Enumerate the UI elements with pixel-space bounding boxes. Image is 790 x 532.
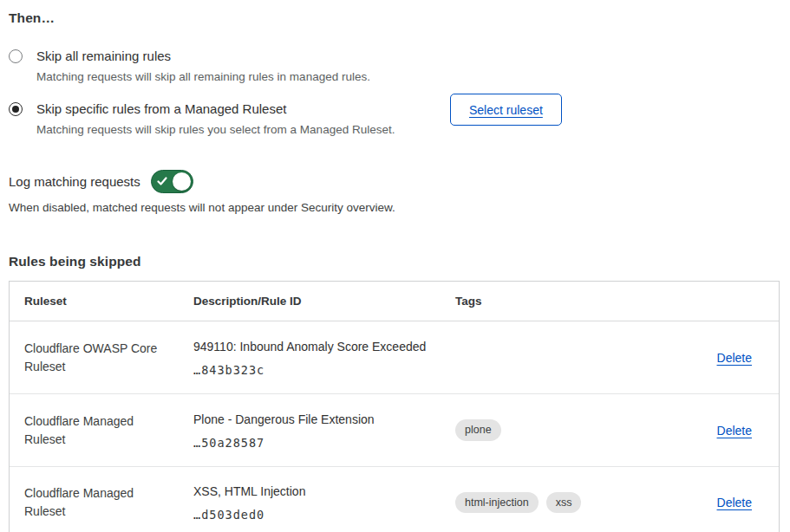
description-cell: XSS, HTML Injection …d503ded0	[193, 467, 455, 532]
rule-description: Plone - Dangerous File Extension	[193, 412, 441, 428]
skipped-rules-table: Ruleset Description/Rule ID Tags Cloudfl…	[9, 281, 780, 532]
log-matching-row: Log matching requests	[9, 170, 780, 193]
ruleset-cell: Cloudflare OWASP Core Ruleset	[10, 321, 193, 393]
option-skip-all-description: Matching requests will skip all remainin…	[36, 68, 370, 85]
tag-badge: html-injection	[455, 492, 539, 514]
log-matching-label: Log matching requests	[9, 174, 140, 189]
delete-link[interactable]: Delete	[717, 496, 752, 509]
option-skip-all-label[interactable]: Skip all remaining rules	[36, 47, 370, 65]
actions-cell: Delete	[646, 467, 779, 532]
check-icon	[157, 176, 167, 186]
tags-cell: html-injection xss	[455, 467, 646, 532]
table-header-row: Ruleset Description/Rule ID Tags	[10, 282, 779, 321]
description-cell: Plone - Dangerous File Extension …50a285…	[193, 394, 455, 466]
waf-then-panel: Then… Skip all remaining rules Matching …	[0, 0, 790, 532]
option-skip-specific-description: Matching requests will skip rules you se…	[36, 121, 395, 138]
actions-cell: Delete	[646, 394, 779, 466]
delete-link[interactable]: Delete	[717, 351, 752, 365]
table-row: Cloudflare Managed Ruleset XSS, HTML Inj…	[10, 467, 779, 532]
delete-link[interactable]: Delete	[717, 424, 752, 438]
option-skip-specific: Skip specific rules from a Managed Rules…	[9, 100, 780, 138]
log-matching-toggle[interactable]	[151, 170, 193, 193]
table-row: Cloudflare OWASP Core Ruleset 949110: In…	[10, 321, 779, 394]
then-heading: Then…	[9, 10, 780, 26]
table-row: Cloudflare Managed Ruleset Plone - Dange…	[10, 394, 779, 467]
option-skip-specific-label[interactable]: Skip specific rules from a Managed Rules…	[36, 100, 395, 118]
option-skip-all-remaining: Skip all remaining rules Matching reques…	[9, 47, 780, 85]
column-header-ruleset: Ruleset	[10, 282, 193, 321]
select-ruleset-button[interactable]: Select ruleset	[450, 94, 562, 126]
ruleset-cell: Cloudflare Managed Ruleset	[10, 467, 193, 532]
rule-id: …843b323c	[193, 363, 441, 377]
tag-badge: xss	[546, 492, 582, 514]
rules-being-skipped-heading: Rules being skipped	[9, 254, 780, 269]
tags-cell: plone	[455, 394, 646, 466]
tag-badge: plone	[455, 419, 501, 441]
tags-cell	[455, 321, 646, 393]
ruleset-cell: Cloudflare Managed Ruleset	[10, 394, 193, 466]
column-header-description: Description/Rule ID	[193, 282, 455, 321]
toggle-knob	[173, 172, 191, 191]
description-cell: 949110: Inbound Anomaly Score Exceeded ……	[193, 321, 455, 393]
radio-skip-specific[interactable]	[9, 102, 23, 116]
column-header-actions	[646, 282, 779, 321]
log-matching-help: When disabled, matched requests will not…	[9, 201, 780, 214]
actions-cell: Delete	[646, 321, 779, 393]
column-header-tags: Tags	[455, 282, 646, 321]
rule-id: …50a28587	[193, 436, 441, 450]
rule-description: 949110: Inbound Anomaly Score Exceeded	[193, 339, 441, 355]
radio-skip-all-remaining[interactable]	[9, 49, 23, 63]
rule-id: …d503ded0	[193, 508, 441, 522]
rule-description: XSS, HTML Injection	[193, 483, 441, 500]
